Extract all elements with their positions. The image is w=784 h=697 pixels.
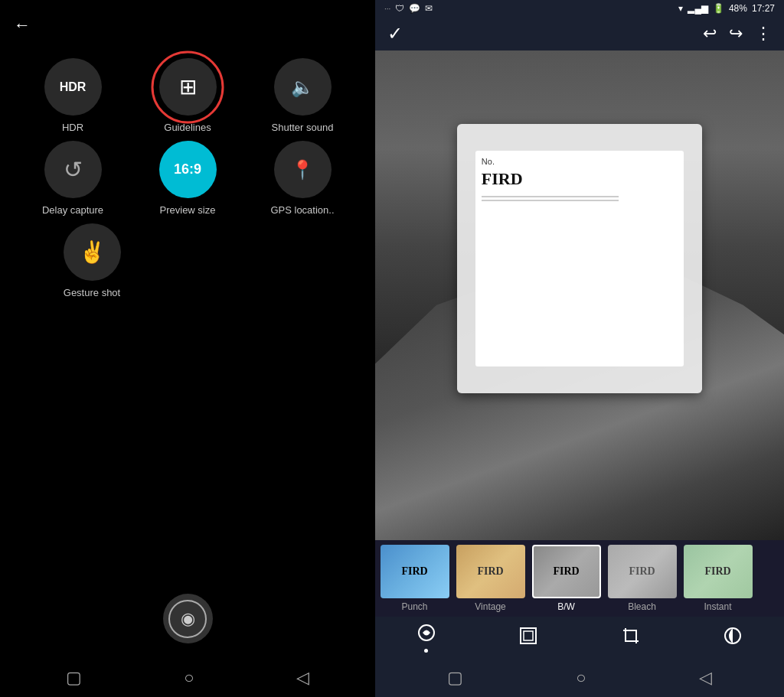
left-header: ←	[0, 0, 375, 43]
gps-location-label: GPS location..	[270, 204, 334, 216]
delay-capture-circle[interactable]: ↺	[44, 141, 102, 198]
nav-home-right[interactable]: ○	[576, 668, 586, 688]
filter-bleach-thumb: FIRD	[608, 545, 677, 598]
toolbar-left: ✓	[387, 23, 403, 44]
filter-vintage-thumb: FIRD	[456, 545, 525, 598]
filter-punch[interactable]: FIRD Punch	[378, 545, 451, 612]
status-dots: ···	[384, 5, 390, 13]
crop-tool-icon	[621, 626, 641, 650]
back-button[interactable]: ←	[14, 15, 31, 35]
bottom-shutter-area: ◉	[0, 586, 375, 659]
message-icon: ✉	[425, 3, 433, 14]
tool-filter[interactable]	[416, 623, 436, 653]
filter-bw-label: B/W	[557, 601, 575, 612]
nav-square-right[interactable]: ▢	[447, 668, 463, 688]
options-row-2: ↺ Delay capture 16:9 Preview size 📍 GPS …	[8, 141, 368, 216]
option-delay-capture[interactable]: ↺ Delay capture	[31, 141, 115, 216]
guidelines-circle[interactable]: ⊞	[159, 58, 217, 116]
preview-size-label: Preview size	[160, 204, 216, 216]
filter-vintage-label: Vintage	[475, 601, 505, 612]
top-toolbar: ✓ ↩ ↪ ⋮	[375, 17, 784, 50]
undo-button[interactable]: ↩	[703, 24, 717, 44]
card-lines	[482, 194, 678, 204]
filter-vintage[interactable]: FIRD Vintage	[454, 545, 527, 612]
option-gesture-shot[interactable]: ✌ Gesture shot	[50, 223, 134, 298]
hdr-icon: HDR	[60, 80, 87, 94]
status-bar: ··· 🛡 💬 ✉ ▾ ▂▄▆ 🔋 48% 17:27	[375, 0, 784, 17]
svg-rect-3	[626, 630, 636, 641]
card-line-2	[482, 200, 619, 201]
filter-punch-thumb: FIRD	[381, 545, 449, 598]
shield-icon: 🛡	[395, 3, 404, 14]
filter-bleach[interactable]: FIRD Bleach	[606, 545, 678, 612]
options-row-1: HDR HDR ⊞ Guidelines 🔈 Shutter sound	[8, 58, 368, 133]
filter-bw-thumb: FIRD	[532, 545, 601, 598]
card-no: No.	[482, 157, 678, 166]
frame-tool-icon	[518, 626, 538, 650]
card-inner: No. FIRD	[475, 151, 684, 366]
filter-tool-icon	[416, 623, 436, 647]
status-right: ▾ ▂▄▆ 🔋 48% 17:27	[678, 3, 775, 14]
hdr-circle[interactable]: HDR	[44, 58, 102, 116]
preview-size-circle[interactable]: 16:9	[159, 141, 217, 198]
nav-back-left[interactable]: ◁	[296, 668, 309, 688]
left-panel: ← HDR HDR ⊞ Guidelines 🔈	[0, 0, 375, 697]
delay-capture-icon: ↺	[64, 156, 83, 183]
option-shutter-sound[interactable]: 🔈 Shutter sound	[260, 58, 345, 133]
status-left: ··· 🛡 💬 ✉	[384, 3, 433, 14]
camera-options-grid: HDR HDR ⊞ Guidelines 🔈 Shutter sound	[0, 43, 375, 586]
options-row-3: ✌ Gesture shot	[8, 223, 368, 298]
nav-square-left[interactable]: ▢	[66, 668, 82, 688]
filter-strip: FIRD Punch FIRD Vintage FIRD B/W FIRD Bl…	[375, 540, 784, 617]
adjust-tool-icon	[723, 626, 743, 650]
shutter-button[interactable]: ◉	[163, 594, 213, 643]
card-line-1	[482, 196, 619, 197]
time-display: 17:27	[752, 3, 775, 14]
redo-button[interactable]: ↪	[729, 24, 743, 44]
shutter-sound-circle[interactable]: 🔈	[274, 58, 332, 116]
option-preview-size[interactable]: 16:9 Preview size	[145, 141, 230, 216]
card-holder: No. FIRD	[457, 124, 702, 393]
svg-rect-1	[521, 628, 536, 643]
tool-adjust[interactable]	[723, 626, 743, 650]
gesture-shot-icon: ✌	[79, 239, 106, 265]
gesture-shot-circle[interactable]: ✌	[64, 223, 121, 281]
gps-location-circle[interactable]: 📍	[274, 141, 332, 198]
filter-bleach-label: Bleach	[628, 601, 656, 612]
filter-instant-thumb: FIRD	[684, 545, 753, 598]
right-panel: ··· 🛡 💬 ✉ ▾ ▂▄▆ 🔋 48% 17:27 ✓ ↩ ↪ ⋮	[375, 0, 784, 697]
shutter-sound-icon: 🔈	[291, 77, 314, 98]
wifi-icon: ▾	[678, 3, 683, 14]
option-hdr[interactable]: HDR HDR	[31, 58, 115, 133]
signal-icon: ▂▄▆	[688, 3, 708, 14]
gps-location-icon: 📍	[291, 159, 314, 181]
filter-bw[interactable]: FIRD B/W	[530, 545, 603, 612]
preview-size-icon: 16:9	[174, 161, 201, 178]
filter-punch-inner: FIRD	[381, 545, 449, 598]
gesture-shot-label: Gesture shot	[64, 287, 120, 298]
filter-active-dot	[424, 649, 428, 653]
filter-bw-inner: FIRD	[534, 546, 599, 597]
battery-percent: 48%	[729, 3, 747, 14]
check-button[interactable]: ✓	[387, 23, 403, 44]
toolbar-right: ↩ ↪ ⋮	[703, 24, 772, 44]
filter-instant-label: Instant	[704, 601, 731, 612]
tool-frame[interactable]	[518, 626, 538, 650]
nav-bar-right: ▢ ○ ◁	[375, 659, 784, 697]
shutter-dot-icon: ◉	[181, 609, 195, 629]
guidelines-label: Guidelines	[164, 122, 211, 133]
main-image-area: No. FIRD	[375, 50, 784, 540]
filter-vintage-inner: FIRD	[456, 545, 525, 598]
battery-icon: 🔋	[713, 3, 724, 14]
filter-instant[interactable]: FIRD Instant	[681, 545, 754, 612]
nav-home-left[interactable]: ○	[184, 668, 194, 688]
whatsapp-icon: 💬	[409, 3, 420, 14]
option-gps-location[interactable]: 📍 GPS location..	[260, 141, 345, 216]
nav-back-right[interactable]: ◁	[699, 668, 712, 688]
more-button[interactable]: ⋮	[755, 24, 772, 44]
filter-punch-label: Punch	[401, 601, 427, 612]
bottom-editing-toolbar	[375, 617, 784, 659]
tool-crop[interactable]	[621, 626, 641, 650]
svg-rect-2	[524, 631, 533, 640]
option-guidelines[interactable]: ⊞ Guidelines	[145, 58, 230, 133]
